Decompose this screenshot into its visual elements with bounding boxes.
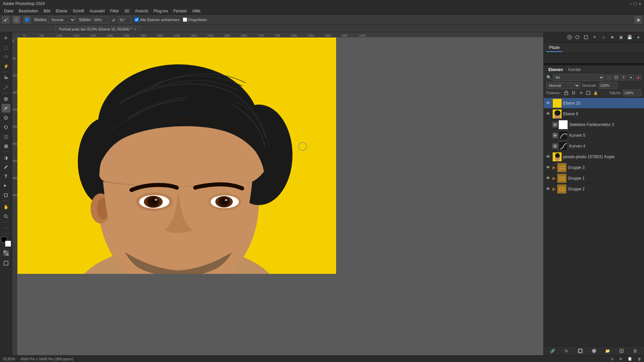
menu-fenster[interactable]: Fenster	[171, 8, 190, 14]
color-swatches[interactable]	[1, 237, 11, 247]
menu-ebene[interactable]: Ebene	[53, 8, 70, 14]
add-mask-btn[interactable]	[577, 348, 584, 354]
panel-icon-square-fill[interactable]: ■	[608, 34, 616, 41]
quick-select-tool-btn[interactable]: ⚡	[2, 62, 10, 70]
menu-bild[interactable]: Bild	[41, 8, 53, 14]
layer-item-gruppe2[interactable]: 👁 ▶ Gruppe 2	[544, 184, 644, 194]
layer-item-ebene10[interactable]: 👁 Ebene 10	[544, 98, 644, 109]
menu-hilfe[interactable]: Hilfe	[190, 8, 203, 14]
close-panel-btn[interactable]: ●	[635, 34, 642, 41]
eyedropper-tool-btn[interactable]	[2, 83, 10, 92]
lock-all-btn[interactable]: 🔒	[593, 90, 599, 96]
extra-options-btn[interactable]: ···	[2, 224, 10, 232]
blend-mode-select[interactable]: Normal Multiplizieren Abblenden	[546, 82, 580, 89]
lock-position-btn[interactable]: ✛	[578, 90, 584, 96]
lasso-tool-btn[interactable]: ⬭	[2, 52, 10, 61]
delete-layer-btn[interactable]: 🗑	[632, 348, 639, 354]
deckraft-input[interactable]	[599, 82, 617, 89]
layer-item-kurven5[interactable]: 👁 Kurven 5	[544, 130, 644, 141]
panel-icon-diamond[interactable]: ◇	[600, 34, 607, 41]
paths-panel-tab[interactable]: Pfade	[546, 44, 562, 52]
fingerfarbe-checkbox-label[interactable]: Fingerfarbe	[183, 17, 207, 22]
menu-ansicht[interactable]: Ansicht	[132, 8, 151, 14]
minimize-button[interactable]: −	[629, 1, 632, 6]
layer-visibility-kurven5[interactable]: 👁	[545, 132, 551, 138]
layer-visibility-gruppe2[interactable]: 👁	[545, 186, 551, 192]
layer-item-ebene9[interactable]: 👁 Ebene 9	[544, 109, 644, 119]
healing-tool-btn[interactable]	[2, 95, 10, 103]
quick-mask-btn[interactable]	[2, 249, 10, 257]
panel-icon-1[interactable]	[567, 35, 572, 40]
menu-bearbeiten[interactable]: Bearbeiten	[16, 8, 41, 14]
new-group-btn[interactable]: 📁	[604, 348, 611, 354]
close-button[interactable]: ×	[639, 1, 641, 6]
group-expand-icon-3[interactable]: ▶	[552, 165, 556, 170]
panel-icon-frame[interactable]: ▣	[617, 34, 625, 41]
alle-ebenen-checkbox-label[interactable]: Alle Ebenen aufnehmen	[135, 17, 179, 22]
brush-tool-btn[interactable]	[2, 104, 10, 113]
layer-item-pexels[interactable]: 👁 pexels-photo-1578531 Kopie	[544, 152, 644, 162]
layer-item-selektiv2[interactable]: 👁 Selektive Farbkorrektur 2	[544, 119, 644, 130]
staerke-input[interactable]	[93, 16, 108, 23]
gradient-tool-btn[interactable]: ▦	[2, 141, 10, 150]
move-tool-btn[interactable]: ✛	[2, 34, 10, 42]
maximize-button[interactable]: □	[634, 1, 636, 6]
link-layers-btn[interactable]: 🔗	[549, 348, 556, 354]
menu-auswahl[interactable]: Auswahl	[87, 8, 107, 14]
layer-visibility-selektiv2[interactable]: 👁	[545, 122, 551, 128]
pen-tool-btn[interactable]	[2, 163, 10, 171]
new-fill-layer-btn[interactable]	[591, 348, 597, 354]
layer-item-gruppe1[interactable]: 👁 ▶ Gruppe 1	[544, 173, 644, 184]
path-select-tool-btn[interactable]	[2, 181, 10, 190]
zoom-tool-btn[interactable]	[2, 212, 10, 221]
copy-btn[interactable]: 📋	[628, 357, 632, 361]
document-tab[interactable]: Portrait.psdc bei 33,9% (Ebene 10, RGB/8…	[55, 26, 140, 32]
group-expand-icon-2[interactable]: ▶	[552, 186, 556, 191]
close-tab-button[interactable]: ×	[134, 27, 136, 31]
screen-mode-btn[interactable]	[2, 259, 10, 267]
new-layer-btn[interactable]	[618, 348, 625, 354]
text-tool-btn[interactable]: T	[2, 172, 10, 181]
enable-airbrush-btn[interactable]: ◉	[635, 16, 642, 23]
panel-icon-2[interactable]	[574, 34, 581, 41]
selection-tool-btn[interactable]: ⬚	[2, 43, 10, 52]
trash-status-btn[interactable]: 🗑	[638, 357, 641, 361]
history-brush-tool-btn[interactable]	[2, 123, 10, 131]
clone-tool-btn[interactable]	[2, 113, 10, 122]
fingerfarbe-checkbox[interactable]	[183, 17, 187, 22]
mode-select[interactable]: Normal Aufhellen Abdunkeln	[49, 16, 75, 23]
menu-schrift[interactable]: Schrift	[70, 8, 87, 14]
fx-icon[interactable]: fx	[611, 357, 614, 361]
tab-ebenen[interactable]: Ebenen	[546, 67, 565, 73]
shape-tool-btn[interactable]	[2, 191, 10, 199]
filter-type-select[interactable]: Art Name Effekt	[553, 74, 604, 81]
layer-visibility-pexels[interactable]: 👁	[545, 154, 551, 160]
menu-plugins[interactable]: Plug-ins	[151, 8, 171, 14]
layer-visibility-ebene10[interactable]: 👁	[545, 100, 551, 106]
menu-filter[interactable]: Filter	[107, 8, 122, 14]
lock-artboard-btn[interactable]	[585, 90, 591, 96]
new-layer-status-btn[interactable]: ⊕	[619, 357, 622, 361]
panel-icon-save[interactable]: 💾	[626, 34, 633, 41]
hand-tool-btn[interactable]: ✋	[2, 202, 10, 211]
alle-ebenen-checkbox[interactable]	[135, 17, 139, 22]
background-color-swatch[interactable]	[5, 241, 11, 247]
layer-visibility-gruppe3[interactable]: 👁	[545, 165, 551, 171]
filter-icon-btn-3[interactable]: T	[621, 74, 627, 80]
filter-icon-btn-4[interactable]: ✦	[628, 74, 634, 80]
lock-pixels-btn[interactable]	[571, 90, 577, 96]
flaeche-input[interactable]	[623, 89, 641, 96]
layer-visibility-gruppe1[interactable]: 👁	[545, 175, 551, 181]
filter-icon-btn-1[interactable]: ⬚	[606, 74, 612, 80]
eraser-tool-btn[interactable]: ◫	[2, 132, 10, 141]
crop-tool-btn[interactable]	[2, 73, 10, 82]
filter-icon-btn-2[interactable]	[613, 74, 619, 80]
angle-input[interactable]	[118, 16, 131, 23]
layer-item-kurven4[interactable]: 👁 Kurven 4	[544, 141, 644, 152]
group-expand-icon-1[interactable]: ▶	[552, 176, 556, 181]
dodge-tool-btn[interactable]: ◑	[2, 153, 10, 162]
layer-item-gruppe3[interactable]: 👁 ▶ Gruppe 3	[544, 162, 644, 173]
add-layer-style-btn[interactable]: fx	[563, 348, 570, 354]
brush-settings-btn[interactable]: ⬯	[13, 16, 20, 23]
filter-icon-btn-5[interactable]: ●	[635, 74, 641, 80]
